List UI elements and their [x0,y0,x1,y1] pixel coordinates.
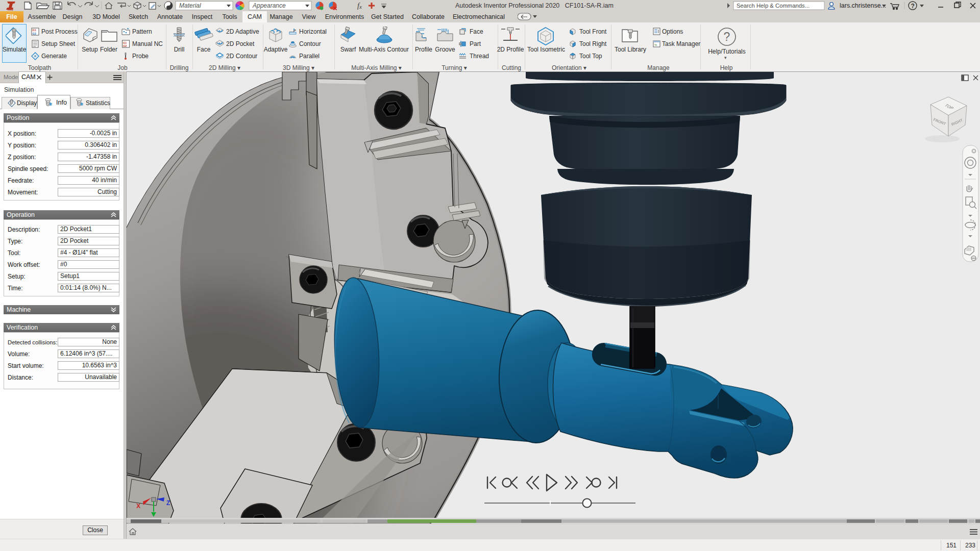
svg-text:fx: fx [357,2,362,10]
svg-text:?: ? [911,3,915,10]
svg-text:Search Help & Commands...: Search Help & Commands... [737,3,810,9]
svg-text:G2: G2 [33,32,36,35]
svg-text:lars.christense...: lars.christense... [840,2,886,9]
svg-text:Material: Material [179,2,201,9]
svg-text:?: ? [724,30,730,43]
svg-text:Z: Z [166,499,170,507]
svg-text:X: X [136,503,140,510]
svg-text:%: % [654,43,657,46]
svg-text:G1: G1 [123,41,127,44]
svg-text:G2: G2 [123,44,127,47]
svg-text:G1: G1 [33,29,36,32]
svg-text:Appearance: Appearance [252,2,286,9]
svg-text:PRO: PRO [8,8,13,11]
